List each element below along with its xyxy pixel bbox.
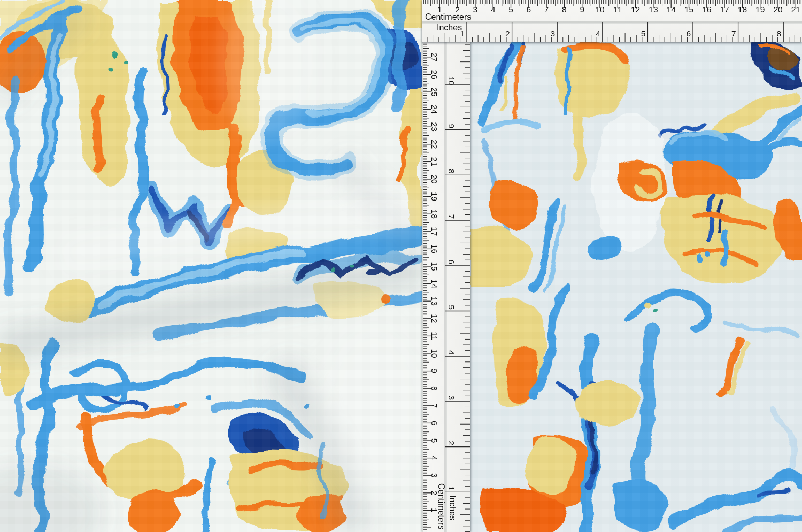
h-cm-number: 3 (473, 5, 478, 14)
h-cm-number: 5 (508, 5, 513, 14)
h-cm-number: 17 (720, 5, 729, 14)
h-cm-number: 10 (595, 5, 605, 14)
v-cm-numbers: 1234567891011121314151617181920212223242… (430, 52, 439, 513)
v-cm-number: 25 (430, 87, 439, 96)
v-cm-number: 19 (430, 192, 439, 201)
h-cm-number: 7 (544, 5, 549, 14)
v-cm-number: 13 (430, 297, 439, 306)
h-cm-number: 14 (667, 5, 676, 14)
v-cm-number: 8 (430, 386, 439, 391)
v-cm-number: 20 (430, 174, 439, 184)
vertical-ruler: 1234567891011121314151617181920212223242… (422, 42, 470, 532)
h-inch-number: 2 (505, 29, 510, 38)
v-cm-number: 15 (430, 261, 439, 271)
v-inch-number: 2 (447, 441, 456, 445)
v-cm-number: 21 (430, 157, 439, 166)
h-inch-number: 7 (731, 29, 736, 38)
h-cm-number: 12 (631, 5, 640, 14)
v-cm-number: 27 (430, 52, 439, 61)
v-cm-ticks (423, 42, 431, 531)
h-inch-ticks (427, 22, 800, 42)
v-cm-number: 10 (430, 349, 439, 358)
v-cm-number: 12 (430, 314, 439, 323)
v-centimeters-label: Centimeters (437, 483, 446, 529)
flat-fabric-photo (469, 42, 802, 532)
h-inches-label: Inches (437, 23, 462, 32)
v-cm-number: 24 (430, 105, 439, 114)
v-cm-number: 7 (430, 403, 439, 408)
draped-fabric-art (0, 0, 422, 532)
v-inch-number: 5 (447, 305, 456, 310)
h-cm-number: 16 (702, 5, 711, 14)
v-inch-ticks (445, 45, 470, 532)
v-cm-number: 5 (430, 438, 439, 443)
flat-fabric-art (469, 42, 802, 532)
h-cm-number: 4 (491, 5, 496, 14)
draped-fabric-photo (0, 0, 422, 532)
h-cm-number: 21 (791, 5, 800, 14)
v-cm-number: 4 (430, 456, 439, 460)
h-inch-number: 1 (460, 29, 465, 38)
v-cm-number: 3 (430, 473, 439, 478)
h-cm-number: 8 (562, 5, 567, 14)
h-cm-number: 20 (773, 5, 783, 14)
v-inch-number: 8 (447, 169, 456, 174)
v-cm-number: 17 (430, 227, 439, 236)
h-cm-number: 11 (613, 5, 622, 14)
h-cm-number: 13 (649, 5, 658, 14)
h-inch-number: 3 (551, 29, 556, 38)
v-inches-label: Inches (448, 495, 457, 520)
v-cm-number: 14 (430, 279, 439, 289)
h-inch-number: 8 (777, 29, 782, 38)
v-cm-number: 11 (430, 331, 439, 340)
h-cm-number: 19 (755, 5, 765, 14)
h-cm-number: 18 (738, 5, 747, 14)
v-cm-number: 18 (430, 210, 439, 219)
horizontal-ruler: 123456789101112131415161718192021 Centim… (422, 0, 802, 42)
h-cm-numbers: 123456789101112131415161718192021 (437, 5, 800, 14)
v-inch-number: 7 (447, 214, 456, 219)
v-inch-numbers: 12345678910 (447, 76, 456, 490)
fabric-product-photo: 123456789101112131415161718192021 Centim… (0, 0, 802, 532)
h-centimeters-label: Centimeters (425, 12, 471, 21)
h-cm-number: 6 (526, 5, 531, 14)
v-cm-number: 6 (430, 421, 439, 426)
h-cm-number: 15 (684, 5, 693, 14)
h-cm-number: 9 (580, 5, 584, 14)
h-inch-numbers: 12345678 (460, 29, 781, 38)
h-inch-number: 4 (596, 29, 600, 38)
v-inch-number: 3 (447, 396, 456, 400)
v-cm-number: 26 (430, 70, 439, 79)
h-inch-number: 6 (686, 29, 691, 38)
h-inch-number: 5 (641, 29, 646, 38)
v-inch-number: 6 (447, 259, 456, 264)
v-cm-number: 9 (430, 368, 439, 373)
v-inch-number: 1 (447, 486, 456, 491)
v-inch-number: 4 (447, 350, 456, 355)
v-cm-number: 22 (430, 140, 439, 149)
v-inch-number: 9 (447, 124, 456, 128)
v-cm-number: 16 (430, 244, 439, 253)
v-cm-number: 23 (430, 122, 439, 132)
